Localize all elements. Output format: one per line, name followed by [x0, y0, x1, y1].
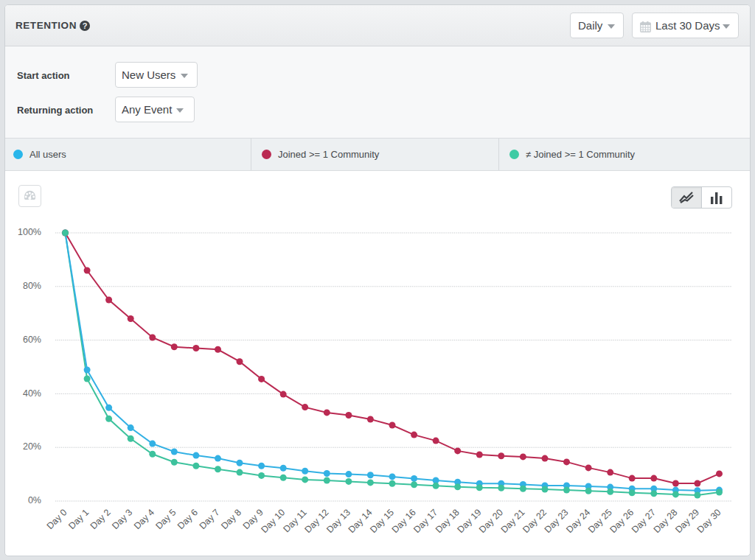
- svg-text:Day 16: Day 16: [390, 507, 418, 535]
- svg-text:Day 27: Day 27: [630, 507, 658, 535]
- svg-text:Day 12: Day 12: [303, 507, 331, 535]
- svg-text:Day 15: Day 15: [368, 507, 396, 535]
- svg-text:Day 7: Day 7: [198, 507, 222, 531]
- svg-text:Day 14: Day 14: [347, 507, 375, 535]
- svg-text:Day 30: Day 30: [695, 507, 723, 535]
- svg-text:Day 26: Day 26: [608, 507, 636, 535]
- svg-text:Day 21: Day 21: [499, 507, 527, 535]
- svg-text:100%: 100%: [18, 227, 41, 237]
- svg-text:Day 22: Day 22: [521, 507, 549, 535]
- svg-text:Day 28: Day 28: [652, 507, 680, 535]
- svg-text:Day 6: Day 6: [175, 507, 200, 531]
- svg-text:Day 3: Day 3: [110, 507, 134, 531]
- svg-text:Day 13: Day 13: [324, 507, 352, 535]
- svg-text:Day 4: Day 4: [132, 507, 156, 531]
- svg-text:0%: 0%: [28, 495, 41, 505]
- svg-text:Day 24: Day 24: [564, 507, 592, 535]
- svg-text:Day 0: Day 0: [45, 507, 69, 531]
- svg-text:40%: 40%: [23, 388, 41, 399]
- svg-text:Day 19: Day 19: [456, 507, 484, 535]
- svg-text:Day 5: Day 5: [153, 507, 178, 531]
- svg-text:Day 23: Day 23: [543, 507, 571, 535]
- svg-text:Day 29: Day 29: [673, 507, 701, 535]
- svg-text:Day 2: Day 2: [88, 507, 113, 531]
- svg-text:Day 20: Day 20: [477, 507, 505, 535]
- svg-text:Day 17: Day 17: [411, 507, 439, 535]
- svg-text:Day 10: Day 10: [259, 507, 287, 535]
- svg-text:60%: 60%: [23, 335, 41, 345]
- svg-text:Day 18: Day 18: [434, 507, 462, 535]
- svg-text:80%: 80%: [23, 281, 41, 291]
- svg-text:Day 25: Day 25: [586, 507, 614, 535]
- svg-text:Day 8: Day 8: [219, 507, 243, 531]
- svg-text:20%: 20%: [23, 441, 41, 452]
- svg-text:Day 1: Day 1: [66, 507, 91, 531]
